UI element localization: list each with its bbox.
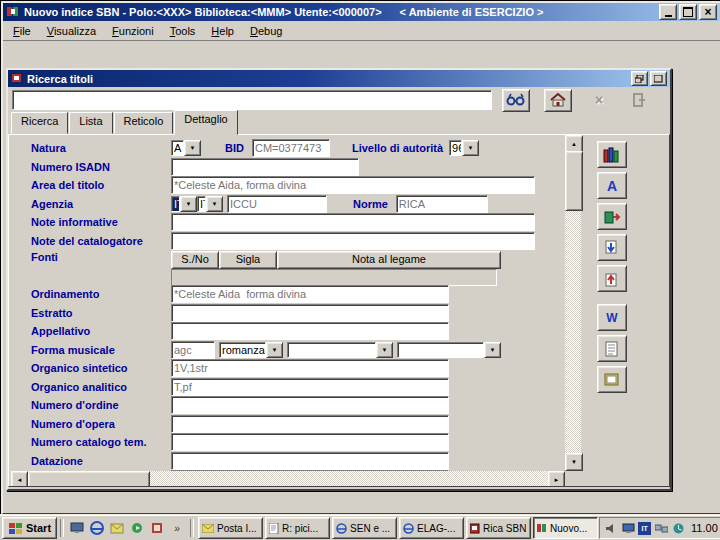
chevron-down-icon[interactable] <box>206 196 223 212</box>
chevron-down-icon[interactable] <box>180 196 197 212</box>
estratto-field[interactable] <box>171 304 449 322</box>
network-icon[interactable] <box>654 521 668 535</box>
numero-catalogo-field[interactable] <box>171 433 449 451</box>
scheduler-icon[interactable] <box>671 521 685 535</box>
chevron-down-icon[interactable] <box>376 342 393 358</box>
form-row-forma-musicale: Forma musicale romanza <box>11 341 567 360</box>
task-label: ELAG-... <box>417 523 455 534</box>
menu-file[interactable]: File <box>5 23 39 39</box>
list-button[interactable] <box>597 335 627 362</box>
app-titlebar[interactable]: Nuovo indice SBN - Polo:<XXX> Biblioteca… <box>3 3 720 21</box>
search-input[interactable] <box>12 90 492 110</box>
tab-dettaglio[interactable]: Dettaglio <box>174 110 237 135</box>
language-it-icon[interactable] <box>638 522 651 535</box>
norme-field[interactable] <box>396 195 488 213</box>
natura-combo[interactable]: A <box>171 140 201 156</box>
livello-autorita-combo[interactable]: 96 <box>449 140 479 156</box>
menu-help[interactable]: Help <box>203 23 242 39</box>
panel-restore-button[interactable] <box>631 71 648 86</box>
show-desktop-icon[interactable] <box>68 519 86 537</box>
menu-tools[interactable]: Tools <box>162 23 204 39</box>
tab-ricerca[interactable]: Ricerca <box>11 112 68 134</box>
book-export-button[interactable] <box>597 203 627 230</box>
agenzia-lingua-combo[interactable]: IT <box>197 196 223 212</box>
tab-lista[interactable]: Lista <box>69 112 112 134</box>
note-informative-field[interactable] <box>171 213 535 231</box>
vertical-scroll-thumb[interactable] <box>565 151 583 211</box>
note-catalogatore-field[interactable] <box>171 232 535 250</box>
close-button[interactable] <box>699 4 717 20</box>
task-elag[interactable]: ELAG-... <box>399 517 464 539</box>
panel-maximize-button[interactable] <box>650 71 667 86</box>
chevron-down-icon[interactable] <box>462 140 479 156</box>
menu-debug[interactable]: Debug <box>242 23 290 39</box>
bid-field[interactable] <box>252 139 330 157</box>
task-nuovo-active[interactable]: Nuovo... <box>533 517 598 539</box>
scroll-down-button[interactable] <box>565 453 583 471</box>
numero-isadn-field[interactable] <box>171 158 359 176</box>
ricerca-title: Ricerca titoli <box>27 73 93 85</box>
forma-musicale-codice-field[interactable] <box>171 341 215 359</box>
authority-button[interactable] <box>597 172 627 199</box>
appellativo-field[interactable] <box>171 322 449 340</box>
media-icon[interactable] <box>128 519 146 537</box>
catalog-button[interactable] <box>597 141 627 168</box>
quick-launch-overflow-chevron[interactable] <box>168 519 186 537</box>
task-posta[interactable]: Posta I... <box>198 517 263 539</box>
upload-record-button[interactable] <box>597 265 627 292</box>
label-numero-ordine: Numero d'ordine <box>31 399 167 411</box>
agenzia-field[interactable] <box>227 195 327 213</box>
book-export-icon <box>603 209 621 225</box>
menu-funzioni[interactable]: Funzioni <box>104 23 162 39</box>
chevron-down-icon[interactable] <box>484 342 501 358</box>
chevron-down-icon[interactable] <box>266 342 283 358</box>
form-row-note-informative: Note informative <box>11 213 567 232</box>
tab-reticolo[interactable]: Reticolo <box>114 112 174 134</box>
form-row-agenzia: Agenzia IT IT Norme <box>11 195 567 214</box>
organico-sintetico-field[interactable] <box>171 359 449 377</box>
fonti-header-row: S./No Sigla Nota al legame <box>171 251 501 269</box>
volume-icon[interactable] <box>604 521 618 535</box>
task-sen[interactable]: SEN e ... <box>332 517 397 539</box>
desktop: Nuovo indice SBN - Polo:<XXX> Biblioteca… <box>0 0 720 540</box>
ordinamento-field[interactable] <box>171 285 449 303</box>
menu-visualizza[interactable]: Visualizza <box>39 23 104 39</box>
outlook-icon[interactable] <box>108 519 126 537</box>
scroll-right-button[interactable] <box>548 471 565 487</box>
horizontal-scroll-thumb[interactable] <box>28 471 150 487</box>
horizontal-scroll-track[interactable] <box>150 471 548 486</box>
chevron-down-icon[interactable] <box>184 140 201 156</box>
start-button[interactable]: Start <box>2 517 57 539</box>
channels-icon[interactable] <box>148 519 166 537</box>
task-r-pici[interactable]: R: pici... <box>265 517 330 539</box>
maximize-button[interactable] <box>679 4 697 20</box>
numero-opera-field[interactable] <box>171 415 449 433</box>
ricerca-titlebar[interactable]: Ricerca titoli <box>8 70 670 87</box>
organico-analitico-field[interactable] <box>171 378 449 396</box>
form-row-datazione: Datazione <box>11 452 567 471</box>
word-export-button[interactable] <box>597 304 627 331</box>
form-row-numero-opera: Numero d'opera <box>11 415 567 434</box>
forma-musicale-combo2[interactable] <box>287 342 393 358</box>
download-record-button[interactable] <box>597 234 627 261</box>
internet-explorer-icon[interactable] <box>88 519 106 537</box>
forma-musicale-combo3[interactable] <box>397 342 501 358</box>
task-rica-sbn[interactable]: Rica SBN <box>466 517 531 539</box>
display-icon[interactable] <box>621 521 635 535</box>
sbn-app-icon <box>537 523 547 534</box>
print-button[interactable] <box>597 366 627 393</box>
agenzia-paese-value: IT <box>171 196 180 212</box>
numero-ordine-field[interactable] <box>171 396 449 414</box>
tab-bar: Ricerca Lista Reticolo Dettaglio <box>8 113 670 134</box>
search-button[interactable] <box>502 89 530 112</box>
taskbar-divider <box>190 519 194 537</box>
agenzia-paese-combo[interactable]: IT <box>171 196 197 212</box>
form-row-numero-catalogo: Numero catalogo tem. <box>11 433 567 452</box>
datazione-field[interactable] <box>171 452 449 470</box>
forma-musicale-combo[interactable]: romanza <box>219 342 283 358</box>
area-titolo-field[interactable] <box>171 176 535 194</box>
scroll-left-button[interactable] <box>11 471 28 487</box>
minimize-button[interactable] <box>659 4 677 20</box>
forma-musicale-combo2-value <box>287 342 376 358</box>
home-button[interactable] <box>544 89 572 112</box>
